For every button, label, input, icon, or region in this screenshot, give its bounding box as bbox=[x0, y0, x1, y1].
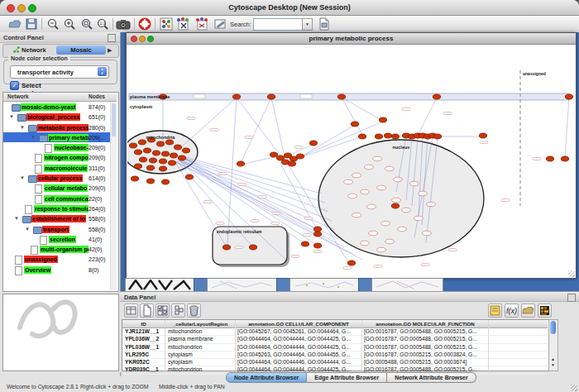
tree-row[interactable]: response to stimulu264(0) bbox=[3, 203, 117, 213]
select-nodes-checkbox[interactable]: ✓ bbox=[10, 81, 19, 90]
network-canvas[interactable]: plasma membranecytoplasmmitochondrianucl… bbox=[127, 45, 575, 277]
tree-row-node-count: 558(0) bbox=[89, 226, 105, 233]
expand-arrow-icon[interactable]: ▼ bbox=[9, 114, 14, 119]
tree-row-node-count: 311(0) bbox=[89, 165, 105, 172]
zoom-fit-icon[interactable]: 1:1 bbox=[96, 17, 109, 31]
function-builder-icon[interactable]: f(x) bbox=[505, 304, 519, 318]
import-network-icon[interactable] bbox=[175, 17, 189, 31]
tree-row[interactable]: ▼cellular process614(0) bbox=[3, 173, 117, 183]
tree-row[interactable]: mosaic-demo-yeast874(0) bbox=[3, 102, 117, 112]
tree-row[interactable]: ▼metabolic process280(0) bbox=[3, 122, 117, 132]
scroll-up-icon[interactable]: ▲ bbox=[550, 356, 556, 361]
background-window-titlebar-sliver[interactable] bbox=[358, 278, 372, 292]
float-data-panel-icon[interactable] bbox=[567, 294, 576, 302]
new-attribute-icon[interactable] bbox=[140, 304, 154, 318]
network-glyph-icon bbox=[13, 46, 20, 53]
col-go-cellular-component[interactable]: annotation.GO CELLULAR_COMPONENT bbox=[236, 321, 361, 327]
node-color-dropdown[interactable]: transporter activity ▲▼ bbox=[10, 65, 109, 79]
network-window-titlebar[interactable]: primary metabolic process bbox=[127, 33, 576, 45]
import-attributes-icon[interactable] bbox=[194, 17, 208, 31]
nucleus-node-label-oval bbox=[398, 227, 407, 232]
background-window-sliver[interactable] bbox=[125, 278, 194, 292]
network-node bbox=[170, 153, 177, 158]
snapshot-camera-icon[interactable] bbox=[116, 17, 131, 31]
toolbar-separator bbox=[155, 18, 156, 30]
background-window-titlebar-sliver[interactable] bbox=[276, 278, 290, 292]
col-cellular-layout-region[interactable]: _cellularLayoutRegion bbox=[165, 321, 235, 327]
network-edge bbox=[183, 157, 318, 230]
zoom-in-icon[interactable] bbox=[63, 17, 76, 31]
window-resize-grip-icon[interactable] bbox=[568, 270, 575, 277]
table-row[interactable]: YPL036W__1mitochondrion[GO:0044464, GO:0… bbox=[122, 344, 548, 351]
annotation-icon[interactable] bbox=[213, 17, 227, 31]
background-window-sliver[interactable] bbox=[290, 278, 359, 292]
notes-icon[interactable] bbox=[488, 304, 502, 318]
select-attributes-grid-icon[interactable] bbox=[156, 304, 170, 318]
tree-row[interactable]: nucleobase-209(0) bbox=[3, 142, 117, 152]
table-row[interactable]: YPL036W__2plasma membrane[GO:0044464, GO… bbox=[122, 336, 548, 343]
background-window-titlebar-sliver[interactable] bbox=[194, 278, 208, 292]
attribute-select-icon[interactable] bbox=[124, 304, 138, 318]
control-panel-header: Control Panel bbox=[0, 32, 120, 43]
delete-attribute-trash-icon[interactable] bbox=[187, 304, 201, 318]
heatmap-icon[interactable] bbox=[538, 304, 552, 318]
help-lifering-icon[interactable] bbox=[138, 17, 151, 31]
expand-arrow-icon[interactable]: ▼ bbox=[25, 227, 30, 232]
table-row[interactable]: YLR295Ccytoplasm[GO:0045263, GO:0044464,… bbox=[122, 351, 548, 359]
save-icon[interactable] bbox=[25, 17, 38, 31]
open-icon[interactable] bbox=[8, 17, 22, 31]
table-scrollbar-thumb[interactable] bbox=[550, 321, 556, 334]
nucleus-node-label-oval bbox=[352, 213, 361, 218]
tree-row[interactable]: ▼transport558(0) bbox=[3, 224, 117, 234]
tree-row[interactable]: multi-organism pro42(0) bbox=[3, 244, 117, 254]
tree-scrollbar[interactable] bbox=[110, 102, 117, 290]
search-input[interactable] bbox=[253, 18, 306, 31]
tab-edge-attribute-browser[interactable]: Edge Attribute Browser bbox=[307, 372, 387, 383]
scroll-down-icon[interactable]: ▼ bbox=[550, 362, 556, 367]
network-node bbox=[129, 143, 136, 148]
tab-mosaic[interactable]: Mosaic bbox=[56, 45, 106, 55]
expand-arrow-icon[interactable]: ▼ bbox=[31, 135, 36, 140]
tree-row[interactable]: cell communicat22(0) bbox=[3, 194, 117, 203]
network-view-icon[interactable] bbox=[160, 17, 173, 31]
tree-row[interactable]: ▼biological_process651(0) bbox=[3, 112, 117, 122]
svg-text:1:1: 1:1 bbox=[100, 21, 106, 26]
tree-row[interactable]: cellular metabo209(0) bbox=[3, 183, 117, 193]
tree-row[interactable]: ▼primary metabo209(... bbox=[3, 132, 117, 142]
tree-row[interactable]: Overview8(0) bbox=[3, 265, 117, 275]
tab-network-attribute-browser[interactable]: Network Attribute Browser bbox=[387, 372, 476, 383]
tree-scrollbar-thumb[interactable] bbox=[112, 103, 116, 136]
expand-arrow-icon[interactable]: ▼ bbox=[20, 175, 25, 180]
tree-row[interactable]: ▼establishment of lo558(0) bbox=[3, 213, 117, 223]
background-window-sliver[interactable] bbox=[371, 278, 443, 292]
table-row[interactable]: YKR052Ccytoplasm[GO:0044464, GO:0044446,… bbox=[122, 359, 548, 366]
float-panel-icon[interactable] bbox=[108, 34, 116, 42]
table-scrollbar[interactable]: ▲ ▼ bbox=[548, 319, 558, 371]
tab-overflow-arrow-icon[interactable]: ▶ bbox=[108, 47, 112, 54]
tree-row[interactable]: macromolecule311(0) bbox=[3, 163, 117, 173]
zoom-selected-icon[interactable] bbox=[80, 17, 93, 31]
nucleus-node-label-oval bbox=[414, 216, 423, 221]
attribute-grid-icon[interactable] bbox=[171, 304, 185, 318]
tab-network[interactable]: Network bbox=[8, 45, 51, 55]
expand-arrow-icon[interactable]: ▼ bbox=[20, 125, 25, 130]
app-resize-grip-icon[interactable] bbox=[571, 385, 577, 391]
col-id[interactable]: ID bbox=[122, 321, 165, 327]
tab-node-attribute-browser[interactable]: Node Attribute Browser bbox=[226, 372, 307, 383]
zoom-out-icon[interactable] bbox=[46, 17, 60, 31]
import-attributes-folder-icon[interactable] bbox=[521, 304, 535, 318]
tree-row[interactable]: secretion41(0) bbox=[3, 234, 117, 244]
tree-row[interactable]: unassigned223(0) bbox=[3, 254, 117, 264]
col-go-molecular-function[interactable]: annotation.GO MOLECULAR_FUNCTION bbox=[362, 321, 488, 327]
birdseye-view[interactable] bbox=[2, 294, 119, 371]
search-dropdown-arrow-icon[interactable]: ▼ bbox=[302, 18, 313, 31]
network-edge bbox=[565, 98, 569, 157]
expand-arrow-icon[interactable]: ▼ bbox=[14, 216, 19, 221]
tree-row-label: unassigned bbox=[24, 256, 58, 263]
node-label-mark bbox=[251, 220, 259, 222]
tree-row[interactable]: nitrogen compo209(0) bbox=[3, 152, 117, 162]
background-window-sliver[interactable] bbox=[207, 278, 277, 292]
folder-icon bbox=[39, 135, 48, 142]
document-settings-icon[interactable] bbox=[318, 17, 331, 31]
table-row[interactable]: YJR121W__1mitochondrion[GO:0045267, GO:0… bbox=[122, 328, 548, 336]
